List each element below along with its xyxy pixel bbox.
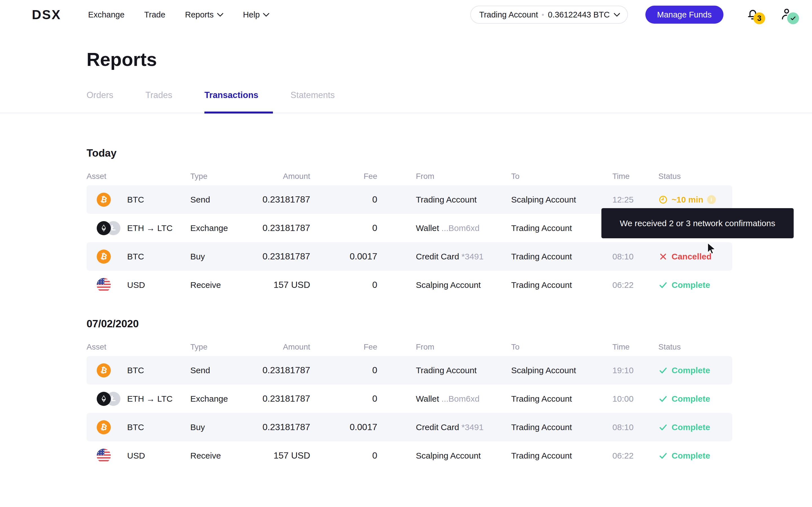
transaction-row[interactable]: ₿BTCBuy0.231817870.0017Credit Card *3491… [87, 242, 732, 271]
transaction-row[interactable]: ₿BTCSend0.231817870Trading AccountScalpi… [87, 356, 732, 385]
status-cell: Complete [658, 365, 732, 375]
to-cell: Scalping Account [511, 195, 612, 205]
cancel-x-icon [658, 252, 668, 262]
column-header-status: Status [658, 342, 732, 351]
tab-statements[interactable]: Statements [290, 82, 335, 113]
amount-cell: 0.23181787 [255, 365, 310, 376]
transaction-row[interactable]: ₿BTCBuy0.231817870.0017Credit Card *3491… [87, 413, 732, 441]
transaction-row[interactable]: USDReceive157 USD0Scalping AccountTradin… [87, 441, 732, 470]
to-cell: Trading Account [511, 451, 612, 460]
account-balance: 0.36122443 BTC [548, 10, 610, 19]
status-cell: ~10 mini [658, 195, 732, 205]
btc-icon: ₿ [97, 193, 111, 207]
usd-flag-icon [97, 278, 111, 292]
type-cell: Send [190, 365, 255, 375]
amount-cell: 0.23181787 [255, 194, 310, 205]
asset-label: ETH → LTC [127, 394, 190, 404]
type-cell: Exchange [190, 394, 255, 404]
account-selector[interactable]: Trading Account 0.36122443 BTC [470, 6, 628, 24]
verified-badge [787, 12, 799, 24]
amount-cell: 157 USD [255, 450, 310, 461]
nav-item-help[interactable]: Help [243, 10, 269, 19]
column-header-time: Time [612, 172, 658, 181]
asset-icon-cell: ₿ [87, 249, 127, 264]
status-label: Complete [672, 422, 710, 432]
status-cell: Complete [658, 451, 732, 460]
status-cell: Cancelled [658, 252, 732, 262]
tab-transactions[interactable]: Transactions [204, 82, 258, 113]
report-tabs: Orders Trades Transactions Statements [0, 82, 812, 113]
asset-label: BTC [127, 195, 190, 205]
to-cell: Trading Account [511, 422, 612, 432]
from-cell: Scalping Account [416, 451, 511, 460]
time-cell: 08:10 [612, 422, 658, 432]
to-cell: Trading Account [511, 394, 612, 404]
check-icon [658, 394, 668, 404]
btc-icon: ₿ [97, 420, 111, 434]
nav-item-exchange[interactable]: Exchange [88, 10, 124, 19]
from-cell: Scalping Account [416, 280, 511, 290]
nav-right: Trading Account 0.36122443 BTC Manage Fu… [470, 6, 795, 24]
btc-icon: ₿ [97, 249, 111, 264]
time-cell: 08:10 [612, 252, 658, 262]
check-icon [658, 280, 668, 290]
usd-flag-icon [97, 449, 111, 463]
from-cell: Wallet ...Bom6xd [416, 394, 511, 404]
table-header-row: AssetTypeAmountFeeFromToTimeStatus [87, 171, 732, 182]
column-header-amount: Amount [255, 172, 310, 181]
column-header-time: Time [612, 342, 658, 351]
dsx-logo[interactable]: DSX [32, 7, 61, 22]
time-cell: 06:22 [612, 280, 658, 290]
asset-icon-cell: ₿ [87, 420, 127, 434]
notifications-button[interactable]: 3 [746, 7, 761, 22]
column-header-fee: Fee [310, 342, 377, 351]
from-detail-muted: *3491 [462, 252, 484, 261]
info-icon[interactable]: i [707, 195, 716, 204]
status-label: Complete [672, 394, 710, 404]
fee-cell: 0 [310, 194, 377, 205]
page-title: Reports [87, 47, 812, 71]
asset-label: BTC [127, 365, 190, 375]
chevron-down-icon [263, 13, 269, 17]
column-header-to: To [511, 172, 612, 181]
column-header-amount: Amount [255, 342, 310, 351]
account-name: Trading Account [479, 10, 538, 19]
tab-trades[interactable]: Trades [146, 82, 172, 113]
section-date-label: Today [87, 147, 732, 160]
eth-icon [97, 221, 111, 235]
asset-label: ETH → LTC [127, 223, 190, 233]
from-detail-muted: ...Bom6xd [442, 394, 479, 403]
dot-separator [542, 14, 544, 16]
tab-orders[interactable]: Orders [87, 82, 113, 113]
column-header-type: Type [190, 342, 255, 351]
transaction-row[interactable]: ŁETH → LTCExchange0.231817870Wallet ...B… [87, 385, 732, 413]
nav-item-reports[interactable]: Reports [185, 10, 223, 19]
fee-cell: 0 [310, 393, 377, 404]
time-cell: 10:00 [612, 394, 658, 404]
manage-funds-button[interactable]: Manage Funds [645, 6, 723, 24]
amount-cell: 0.23181787 [255, 422, 310, 432]
fee-cell: 0.0017 [310, 251, 377, 262]
asset-icon-cell [87, 449, 127, 463]
column-header-asset: Asset [87, 172, 190, 181]
status-label: ~10 min [672, 195, 703, 205]
transaction-row[interactable]: USDReceive157 USD0Scalping AccountTradin… [87, 271, 732, 299]
eth-icon [97, 392, 111, 406]
type-cell: Exchange [190, 223, 255, 233]
check-icon [658, 422, 668, 432]
asset-icon-cell [87, 278, 127, 292]
check-icon [658, 365, 668, 375]
status-label: Complete [672, 365, 710, 375]
chevron-down-icon [217, 13, 223, 17]
nav-item-trade[interactable]: Trade [144, 10, 165, 19]
profile-button[interactable] [780, 7, 795, 22]
fee-cell: 0 [310, 365, 377, 376]
asset-icon-cell: ₿ [87, 193, 127, 207]
type-cell: Receive [190, 280, 255, 290]
status-label: Complete [672, 451, 710, 460]
fee-cell: 0 [310, 223, 377, 233]
status-cell: Complete [658, 394, 732, 404]
to-cell: Scalping Account [511, 365, 612, 375]
table-header-row: AssetTypeAmountFeeFromToTimeStatus [87, 341, 732, 353]
from-cell: Wallet ...Bom6xd [416, 223, 511, 233]
